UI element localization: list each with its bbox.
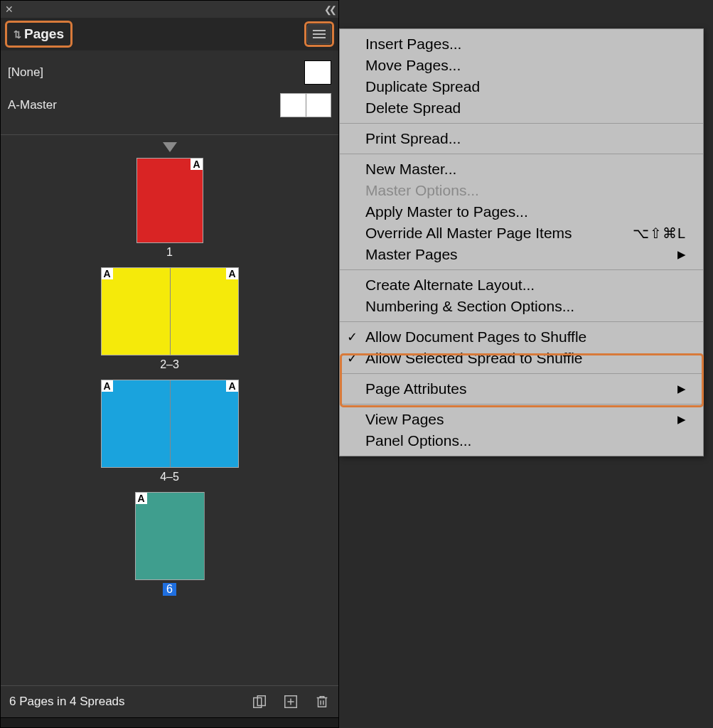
- spread-label: 4–5: [160, 471, 179, 483]
- panel-menu-highlight: [304, 21, 334, 47]
- spread-marker-icon: [163, 142, 177, 152]
- master-a-label: A-Master: [8, 98, 57, 112]
- menu-print-spread[interactable]: Print Spread...: [340, 128, 703, 149]
- document-pages-area: A 1 A A 2–3 A A: [1, 135, 338, 661]
- menu-panel-options[interactable]: Panel Options...: [340, 430, 703, 451]
- master-none-thumb: [304, 60, 331, 85]
- master-badge: A: [102, 268, 113, 279]
- spread-3[interactable]: A A 4–5: [101, 380, 239, 483]
- masters-section: [None] A-Master: [1, 50, 338, 135]
- menu-delete-spread[interactable]: Delete Spread: [340, 97, 703, 119]
- edit-page-size-icon[interactable]: [252, 694, 267, 710]
- panel-title-highlight: ⇅ Pages: [5, 21, 73, 48]
- collapse-icon[interactable]: ❮❮: [324, 4, 334, 15]
- updown-icon: ⇅: [14, 29, 21, 40]
- spread-1[interactable]: A 1: [136, 158, 203, 259]
- hamburger-icon: [313, 33, 326, 35]
- master-row-a[interactable]: A-Master: [8, 89, 331, 122]
- menu-apply-master[interactable]: Apply Master to Pages...: [340, 201, 703, 223]
- panel-title-label: Pages: [24, 26, 64, 42]
- page-thumb[interactable]: A: [137, 159, 203, 242]
- master-badge: A: [226, 380, 237, 392]
- footer-status: 6 Pages in 4 Spreads: [9, 695, 125, 709]
- spread-label: 6: [163, 583, 176, 596]
- menu-page-attributes[interactable]: Page Attributes▶: [340, 378, 703, 400]
- menu-allow-document-shuffle[interactable]: ✓Allow Document Pages to Shuffle: [340, 326, 703, 348]
- new-page-icon[interactable]: [283, 694, 299, 710]
- menu-create-alternate-layout[interactable]: Create Alternate Layout...: [340, 274, 703, 296]
- pages-panel: ✕ ❮❮ ⇅ Pages [None] A-Master: [0, 0, 339, 728]
- page-thumb[interactable]: A: [170, 380, 238, 467]
- check-icon: ✓: [347, 329, 358, 345]
- spread-4[interactable]: A 6: [135, 492, 205, 596]
- menu-override-master-items[interactable]: Override All Master Page Items⌥⇧⌘L: [340, 223, 703, 244]
- panel-tabbar: ⇅ Pages: [1, 18, 338, 50]
- page-thumb[interactable]: A: [102, 268, 170, 355]
- panel-resize-handle[interactable]: [1, 717, 338, 727]
- page-thumb[interactable]: A: [170, 268, 238, 355]
- master-badge: A: [136, 493, 147, 504]
- spread-2[interactable]: A A 2–3: [101, 267, 239, 371]
- menu-duplicate-spread[interactable]: Duplicate Spread: [340, 76, 703, 97]
- panel-tab-pages[interactable]: ⇅ Pages: [8, 23, 70, 45]
- menu-insert-pages[interactable]: Insert Pages...: [340, 33, 703, 55]
- spread-label: 2–3: [160, 358, 179, 371]
- menu-move-pages[interactable]: Move Pages...: [340, 55, 703, 76]
- menu-master-options: Master Options...: [340, 180, 703, 201]
- shortcut-label: ⌥⇧⌘L: [633, 225, 686, 242]
- master-none-label: [None]: [8, 65, 43, 80]
- master-badge: A: [226, 268, 237, 279]
- panel-footer: 6 Pages in 4 Spreads: [1, 685, 338, 727]
- menu-new-master[interactable]: New Master...: [340, 159, 703, 180]
- master-row-none[interactable]: [None]: [8, 56, 331, 89]
- check-icon: ✓: [347, 350, 358, 366]
- spread-label: 1: [166, 246, 173, 259]
- menu-master-pages[interactable]: Master Pages▶: [340, 244, 703, 265]
- panel-titlebar: ✕ ❮❮: [1, 1, 338, 18]
- panel-menu-button[interactable]: [307, 24, 331, 44]
- master-badge: A: [191, 159, 202, 170]
- page-thumb[interactable]: A: [136, 493, 204, 579]
- close-icon[interactable]: ✕: [5, 4, 14, 15]
- master-badge: A: [102, 380, 113, 392]
- submenu-arrow-icon: ▶: [677, 248, 686, 261]
- trash-icon[interactable]: [314, 694, 330, 710]
- submenu-arrow-icon: ▶: [677, 413, 686, 426]
- menu-view-pages[interactable]: View Pages▶: [340, 409, 703, 430]
- menu-numbering-section-options[interactable]: Numbering & Section Options...: [340, 296, 703, 317]
- panel-context-menu: Insert Pages... Move Pages... Duplicate …: [339, 28, 704, 456]
- page-thumb[interactable]: A: [102, 380, 170, 467]
- menu-allow-selected-shuffle[interactable]: ✓Allow Selected Spread to Shuffle: [340, 348, 703, 369]
- submenu-arrow-icon: ▶: [677, 382, 686, 395]
- master-a-thumb: [280, 93, 331, 117]
